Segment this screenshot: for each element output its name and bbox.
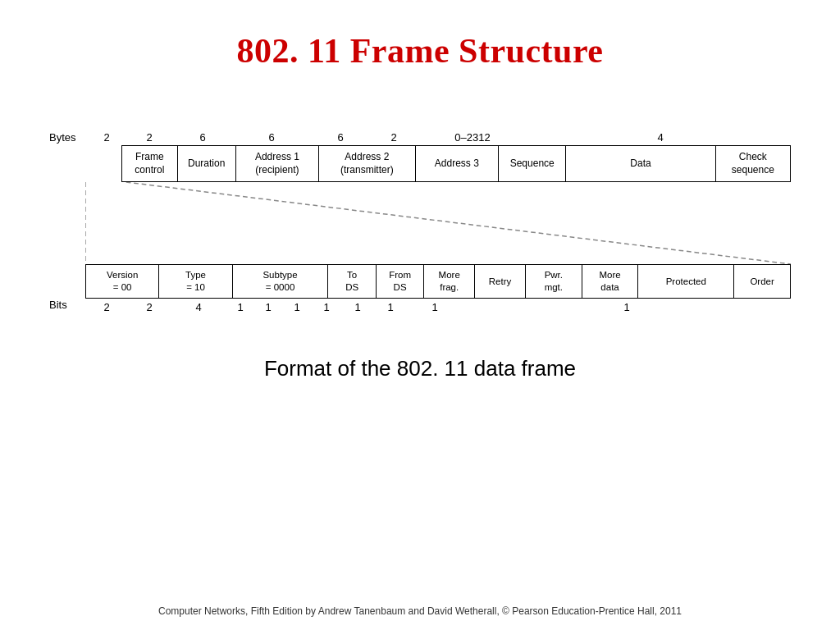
diagram-container: Bytes 2 2 6 6 6 2 0–2312 4 Framecontrol …: [49, 131, 791, 381]
bits-num-8: 1: [374, 301, 407, 313]
cell-protected: Protected: [638, 265, 734, 299]
dashed-lines-svg: [85, 182, 791, 264]
bits-num-4: 1: [254, 301, 282, 313]
cell-address2: Address 2(transmitter): [319, 146, 415, 182]
page-title: 802. 11 Frame Structure: [0, 0, 840, 71]
num-cell-6: 0–2312: [415, 131, 530, 144]
num-cell-4: 6: [308, 131, 372, 144]
bits-num-7: 1: [341, 301, 374, 313]
bits-num-6: 1: [312, 301, 341, 313]
num-cell-5: 2: [372, 131, 415, 144]
bits-label: Bits: [49, 264, 80, 311]
diagram-caption: Format of the 802. 11 data frame: [49, 356, 791, 381]
top-frame-table: Framecontrol Duration Address 1(recipien…: [121, 145, 791, 182]
cell-to-ds: ToDS: [328, 265, 376, 299]
num-cell-1: 2: [128, 131, 171, 144]
cell-subtype: Subtype= 0000: [232, 265, 328, 299]
cell-duration: Duration: [177, 146, 235, 182]
bottom-frame-table: Version= 00 Type= 10 Subtype= 0000 ToDS …: [85, 264, 791, 299]
cell-version: Version= 00: [86, 265, 159, 299]
bits-num-0: 2: [85, 301, 128, 313]
cell-data: Data: [566, 146, 715, 182]
bits-num-9: 1: [407, 301, 463, 313]
cell-pwr-mgt: Pwr.mgt.: [525, 265, 582, 299]
num-cell-2: 6: [171, 131, 235, 144]
expand-area: [85, 182, 791, 264]
bits-numbers-row: 2 2 4 1 1 1 1 1 1 1 1: [85, 301, 791, 313]
num-cell-0: 2: [85, 131, 128, 144]
bits-num-2: 4: [171, 301, 226, 313]
cell-address1: Address 1(recipient): [235, 146, 319, 182]
svg-line-1: [126, 182, 791, 264]
num-cell-3: 6: [235, 131, 308, 144]
top-numbers-row: 2 2 6 6 6 2 0–2312 4: [85, 131, 791, 144]
cell-order: Order: [734, 265, 791, 299]
num-cell-7: 4: [530, 131, 791, 144]
cell-retry: Retry: [475, 265, 526, 299]
cell-more-frag: Morefrag.: [424, 265, 475, 299]
bits-num-1: 2: [128, 301, 171, 313]
bits-num-3: 1: [226, 301, 254, 313]
bits-num-5: 1: [282, 301, 312, 313]
cell-type: Type= 10: [159, 265, 232, 299]
cell-frame-control: Framecontrol: [122, 146, 178, 182]
cell-sequence: Sequence: [499, 146, 566, 182]
footer-text: Computer Networks, Fifth Edition by Andr…: [0, 605, 840, 617]
bits-num-10: 1: [463, 301, 791, 313]
cell-more-data: Moredata: [582, 265, 638, 299]
cell-from-ds: FromDS: [376, 265, 423, 299]
bytes-label: Bytes: [49, 131, 80, 144]
cell-check-sequence: Checksequence: [715, 146, 790, 182]
cell-address3: Address 3: [415, 146, 499, 182]
